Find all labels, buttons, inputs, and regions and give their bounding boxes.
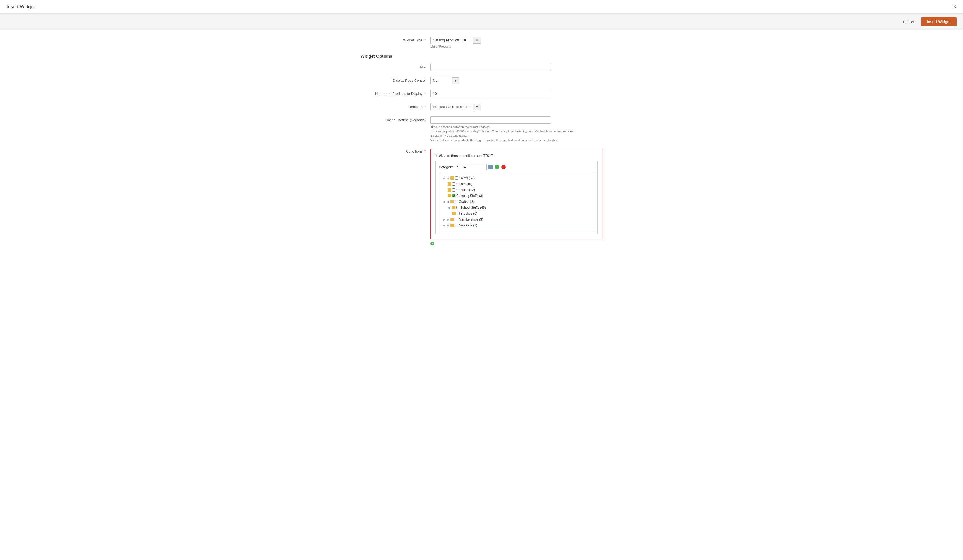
tree-toggle-crafts[interactable]: ⊕ [442,200,446,203]
condition-category-label: Category [439,165,453,169]
check-icon [495,165,499,169]
display-page-control-select-wrap: No Yes ▼ [430,77,602,84]
conditions-content: If ALL of these conditions are TRUE : Ca… [430,148,602,246]
tree-toggle-school[interactable]: ⊕ [447,206,451,209]
widget-type-select[interactable]: Catalog Products List [430,37,473,44]
close-button[interactable]: × [953,4,957,10]
label-crafts: Crafts (18) [459,199,474,204]
checkbox-crafts[interactable] [455,200,458,203]
add-condition-btn[interactable]: + [430,242,434,246]
widget-type-select-wrap: Catalog Products List ▼ [430,37,602,44]
folder-icon-newone [450,224,454,227]
widget-type-label: Widget Type * [361,37,430,42]
label-camping: Camping Stuffs (3) [456,193,483,198]
label-memberships: Memberships (3) [459,217,483,222]
checkbox-crayons[interactable] [452,188,456,191]
cache-lifetime-input[interactable] [430,116,551,123]
label-newone: New One (2) [459,223,477,228]
category-tree: ⊕ ⊕ Paints (62) Colors (10) [439,172,594,231]
tree-item-brushes: Brushes (0) [442,210,590,217]
template-control: Products Grid Template ▼ [430,103,602,110]
label-crayons: Crayons (12) [456,188,475,192]
tree-toggle-newone[interactable]: ⊕ [442,224,446,227]
cache-lifetime-control: Time in seconds between the widget updat… [430,116,602,142]
tree-item-camping: Camping Stuffs (3) [442,193,590,199]
tree-toggle-paints[interactable]: ⊕ [442,176,446,180]
folder-icon-crafts [450,200,454,203]
modal-body: Widget Type * Catalog Products List ▼ Li… [350,30,613,262]
required-star-num: * [424,92,426,95]
condition-confirm-btn[interactable] [494,165,499,170]
tree-item-memberships: ⊕ ⊕ Memberships (3) [442,217,590,222]
conditions-row: Conditions * If ALL of these conditions … [361,148,602,246]
display-page-control-select[interactable]: No Yes [430,77,452,84]
remove-icon [501,165,506,169]
tree-toggle-memberships[interactable]: ⊕ [442,218,446,221]
tree-toggle2-memberships[interactable]: ⊕ [446,218,449,221]
template-label: Template * [361,103,430,109]
checkbox-brushes[interactable] [457,212,460,215]
folder-icon-crayons [447,188,451,191]
template-row: Template * Products Grid Template ▼ [361,103,602,110]
widget-type-dropdown-btn[interactable]: ▼ [473,37,481,44]
condition-is-label: is [456,165,458,169]
conditions-label: Conditions * [361,148,430,153]
modal-header: Insert Widget × [0,0,963,14]
label-paints: Paints (62) [459,176,475,180]
template-dropdown-btn[interactable]: ▼ [473,104,481,110]
template-select[interactable]: Products Grid Template [430,103,473,110]
display-page-control-dropdown-btn[interactable]: ▼ [452,77,459,84]
cache-hint: Time in seconds between the widget updat… [430,125,602,142]
label-school: School Stuffs (45) [460,205,486,210]
cancel-button[interactable]: Cancel [899,18,918,26]
modal-title: Insert Widget [6,4,35,10]
title-input[interactable] [430,64,551,71]
checkbox-school[interactable] [456,206,459,209]
label-brushes: Brushes (0) [460,211,477,216]
num-products-label: Number of Products to Display * [361,90,430,95]
folder-icon-brushes [452,212,456,215]
template-select-wrap: Products Grid Template ▼ [430,103,602,110]
modal-overlay: Insert Widget × Cancel Insert Widget Wid… [0,0,963,560]
widget-type-hint: List of Products [430,45,602,48]
condition-category-row: Category is [439,164,594,170]
display-page-control-wrap: No Yes ▼ [430,77,602,84]
folder-icon-colors [447,182,451,186]
display-page-control-row: Display Page Control No Yes ▼ [361,77,602,84]
num-products-input[interactable] [430,90,551,97]
checkbox-memberships[interactable] [455,218,458,221]
modal-toolbar: Cancel Insert Widget [0,14,963,30]
title-control [430,64,602,71]
tree-item-paints: ⊕ ⊕ Paints (62) [442,175,590,181]
conditions-header: If ALL of these conditions are TRUE : [435,154,598,158]
tree-item-school: ⊕ School Stuffs (45) [442,205,590,210]
tree-toggle2-newone[interactable]: ⊕ [446,224,449,227]
conditions-inner: Category is [435,161,598,234]
num-products-control [430,90,602,97]
checkbox-newone[interactable] [455,224,458,227]
checkbox-paints[interactable] [455,176,458,180]
tree-item-newone: ⊕ ⊕ New One (2) [442,222,590,228]
num-products-row: Number of Products to Display * [361,90,602,97]
condition-grid-icon-btn[interactable] [488,165,493,170]
tree-item-colors: Colors (10) [442,181,590,187]
cache-lifetime-label: Cache Lifetime (Seconds) [361,116,430,122]
tree-toggle2-paints[interactable]: ⊕ [446,176,449,180]
insert-widget-button[interactable]: Insert Widget [921,18,957,26]
checkbox-colors[interactable] [452,182,456,186]
condition-remove-btn[interactable] [501,165,506,170]
widget-type-row: Widget Type * Catalog Products List ▼ Li… [361,37,602,48]
folder-icon-memberships [450,218,454,221]
tree-item-crafts: ⊕ ⊕ Crafts (18) [442,199,590,205]
checkbox-camping[interactable] [452,194,456,197]
add-condition-wrap: + [430,241,602,246]
title-row: Title [361,64,602,71]
required-star-tpl: * [424,105,426,109]
cache-lifetime-row: Cache Lifetime (Seconds) Time in seconds… [361,116,602,142]
tree-toggle2-crafts[interactable]: ⊕ [446,200,449,203]
widget-type-control: Catalog Products List ▼ List of Products [430,37,602,48]
label-colors: Colors (10) [456,181,472,186]
title-label: Title [361,64,430,69]
conditions-box: If ALL of these conditions are TRUE : Ca… [430,149,602,239]
condition-value-input[interactable] [460,164,486,170]
